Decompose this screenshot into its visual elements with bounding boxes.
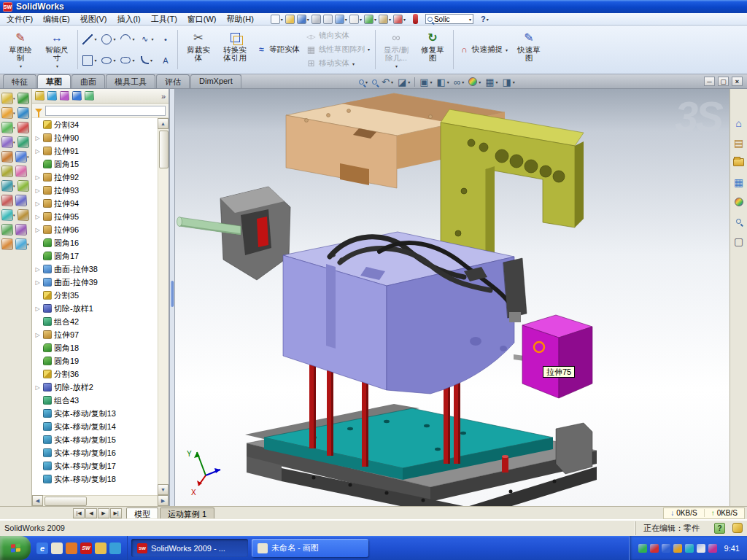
view-settings-button[interactable]: ▾ <box>503 77 515 88</box>
sketch-tool-line-button[interactable]: ▾ <box>81 28 98 50</box>
scroll-up-button[interactable] <box>158 118 169 129</box>
taskbar-task-paint[interactable]: 未命名 - 画图 <box>252 539 368 557</box>
dropdown-arrow-icon[interactable]: ▾ <box>307 17 309 22</box>
dropdown-arrow-icon[interactable]: ▾ <box>132 58 134 63</box>
search-button[interactable] <box>732 215 745 228</box>
graphics-area[interactable]: 3S <box>175 89 729 506</box>
print-preview-button[interactable] <box>323 15 333 24</box>
feature-tree-item[interactable]: 圆角15 <box>32 158 158 171</box>
expand-arrow-icon[interactable]: ▷ <box>34 187 41 194</box>
feature-tree-item[interactable]: 圆角17 <box>32 249 158 262</box>
feature-tree-item[interactable]: ▷拉伸97 <box>32 328 158 341</box>
left-toolbar-button-19[interactable] <box>15 224 27 236</box>
sketch-tool-rect-button[interactable]: ▾ <box>81 50 98 71</box>
smart-dimension-button[interactable]: 智能尺寸 ▾ <box>39 27 74 72</box>
scroll-right-button[interactable] <box>158 495 169 506</box>
feature-tree-item[interactable]: ▷切除-放样2 <box>32 381 158 394</box>
dropdown-arrow-icon[interactable]: ▾ <box>408 79 410 85</box>
feature-tree-item[interactable]: 实体-移动/复制15 <box>32 433 158 446</box>
dropdown-arrow-icon[interactable]: ▾ <box>479 79 481 85</box>
expand-arrow-icon[interactable]: ▷ <box>34 266 41 273</box>
mirror-entities-button[interactable]: 镜向实体 <box>303 29 372 42</box>
tray-icon-4[interactable] <box>685 544 694 553</box>
expand-arrow-icon[interactable]: ▷ <box>34 332 41 338</box>
doc-tab-运动算例 1[interactable]: 运动算例 1 <box>160 508 214 518</box>
dropdown-arrow-icon[interactable]: ▾ <box>513 79 515 85</box>
options-button[interactable]: ▾ <box>379 15 391 24</box>
model-part-magenta-block[interactable] <box>522 315 592 398</box>
motion-nav-button-0[interactable]: |◀ <box>73 508 85 518</box>
dropdown-arrow-icon[interactable]: ▾ <box>151 36 153 42</box>
dropdown-arrow-icon[interactable]: ▾ <box>430 79 433 85</box>
sketch-tool-circle-button[interactable]: ▾ <box>100 28 117 50</box>
offset-entities-button[interactable]: 等距实体 <box>254 44 302 56</box>
dropdown-arrow-icon[interactable]: ▾ <box>113 36 115 42</box>
tree-vertical-scrollbar[interactable] <box>158 118 169 495</box>
left-toolbar-button-18[interactable] <box>1 224 13 236</box>
doc-restore-button[interactable] <box>718 77 729 86</box>
zoom-area-button[interactable] <box>372 79 377 85</box>
menu-工具(T)[interactable]: 工具(T) <box>146 14 182 24</box>
expand-arrow-icon[interactable]: ▷ <box>34 306 41 312</box>
custom-properties-button[interactable] <box>732 235 745 247</box>
sketch-tool-ellipse-button[interactable]: ▾ <box>100 50 117 71</box>
home-button[interactable] <box>732 117 745 129</box>
rebuild-button[interactable]: ▾ <box>364 15 376 24</box>
dropdown-arrow-icon[interactable]: ▾ <box>389 17 391 22</box>
hide-show-items-button[interactable]: ▾ <box>454 77 464 88</box>
left-toolbar-button-3[interactable] <box>18 107 29 119</box>
expand-arrow-icon[interactable]: ▷ <box>34 174 41 181</box>
left-toolbar-button-15[interactable] <box>15 195 27 206</box>
left-toolbar-button-7[interactable] <box>18 136 29 148</box>
model-part-mold-block[interactable] <box>283 232 530 394</box>
file-explorer-button[interactable] <box>732 156 745 168</box>
feature-tree-item[interactable]: 组合42 <box>32 315 158 328</box>
motion-nav-button-3[interactable]: ▶| <box>110 508 122 518</box>
dropdown-arrow-icon[interactable]: ▾ <box>374 17 376 22</box>
feature-tree-item[interactable]: 实体-移动/复制17 <box>32 459 158 472</box>
feature-tree-item[interactable]: 分割34 <box>32 118 158 131</box>
select-button[interactable]: ▾ <box>349 15 362 24</box>
sketch-tool-spline-button[interactable]: ∿▾ <box>138 28 155 50</box>
feature-tree-item[interactable]: 分割35 <box>32 289 158 302</box>
dropdown-arrow-icon[interactable]: ▾ <box>27 155 29 159</box>
sketch-tool-slot-button[interactable]: ▾ <box>119 50 136 71</box>
left-toolbar-button-9[interactable]: ▾ <box>15 151 29 163</box>
feature-tree-item[interactable]: ▷拉伸93 <box>32 184 158 197</box>
scroll-down-button[interactable] <box>158 484 169 495</box>
dropdown-arrow-icon[interactable]: ▾ <box>13 111 15 115</box>
solidworks-quicklaunch-icon[interactable]: SW <box>80 542 92 554</box>
new-button[interactable]: ▾ <box>271 15 283 24</box>
move-entities-button[interactable]: 移动实体 ▾ <box>303 58 372 70</box>
feature-tree-item[interactable]: 圆角18 <box>32 341 158 354</box>
search-input[interactable]: Solic ▾ <box>425 14 473 24</box>
convert-entities-button[interactable]: 转换实体引用 <box>217 27 252 72</box>
dropdown-arrow-icon[interactable]: ▾ <box>113 58 115 63</box>
dropdown-arrow-icon[interactable]: ▾ <box>13 184 15 188</box>
left-toolbar-button-5[interactable] <box>18 122 29 133</box>
scrollbar-thumb[interactable] <box>44 497 87 506</box>
feature-tree-item[interactable]: 圆角19 <box>32 354 158 368</box>
expand-arrow-icon[interactable]: ▷ <box>34 227 41 233</box>
feature-tree-item[interactable]: 实体-移动/复制16 <box>32 446 158 459</box>
feature-tree-item[interactable]: ▷拉伸94 <box>32 197 158 210</box>
folder-quicklaunch-icon[interactable] <box>95 542 107 554</box>
open-button[interactable] <box>285 15 295 24</box>
taskbar-task-solidworks[interactable]: SWSolidWorks 2009 - ... <box>131 539 248 557</box>
dropdown-arrow-icon[interactable]: ▾ <box>13 125 15 130</box>
previous-view-button[interactable]: ▾ <box>382 77 393 88</box>
tab-DimXpert[interactable]: DimXpert <box>190 74 241 88</box>
menu-编辑(E)[interactable]: 编辑(E) <box>38 14 75 24</box>
left-toolbar-button-16[interactable]: ▾ <box>1 209 15 221</box>
tab-特征[interactable]: 特征 <box>3 74 36 88</box>
sketch-tool-point-button[interactable]: • <box>157 28 174 50</box>
dropdown-arrow-icon[interactable]: ▾ <box>27 242 29 246</box>
sketch-tool-text-button[interactable]: A <box>157 50 174 71</box>
feature-manager-tab[interactable] <box>35 91 44 101</box>
help-button[interactable]: ? <box>481 15 486 23</box>
doc-tab-模型[interactable]: 模型 <box>126 508 158 518</box>
left-toolbar-button-17[interactable] <box>18 209 29 221</box>
display-style-button[interactable]: ▾ <box>437 77 449 88</box>
tab-曲面[interactable]: 曲面 <box>71 74 105 88</box>
left-toolbar-button-11[interactable] <box>15 166 27 177</box>
